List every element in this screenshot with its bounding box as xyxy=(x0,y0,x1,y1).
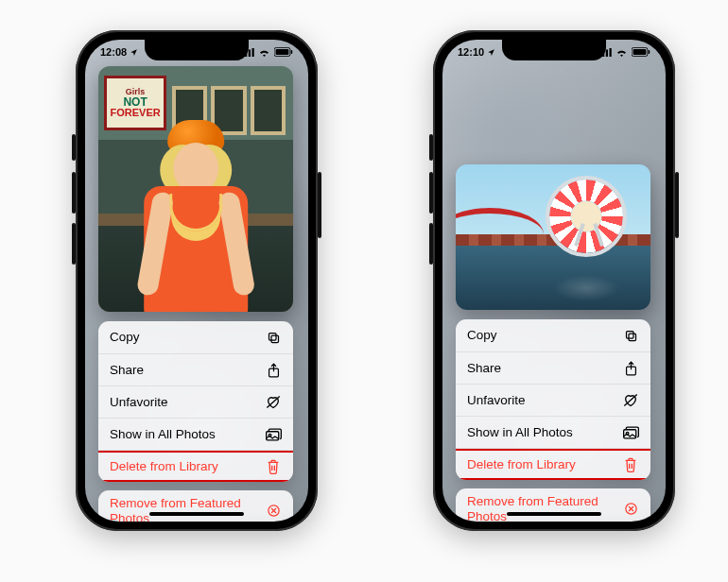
menu-label: Copy xyxy=(467,328,622,343)
photo-content-ferris-wheel xyxy=(456,164,650,310)
status-time: 12:08 xyxy=(100,46,127,58)
menu-item-delete-from-library[interactable]: Delete from Library xyxy=(456,448,650,480)
screen-left: 12:08 xyxy=(85,40,308,522)
photo-stack-icon xyxy=(265,428,282,441)
photo-preview[interactable] xyxy=(456,164,650,310)
wall-frame xyxy=(251,86,286,135)
menu-label: Show in All Photos xyxy=(110,427,265,442)
menu-label: Copy xyxy=(110,330,265,345)
heart-slash-icon xyxy=(622,393,639,407)
menu-item-unfavorite[interactable]: Unfavorite xyxy=(98,385,293,418)
remove-circle-icon xyxy=(265,504,282,518)
svg-rect-2 xyxy=(249,49,251,57)
battery-icon xyxy=(274,47,293,57)
battery-icon xyxy=(632,47,650,57)
remove-circle-icon xyxy=(622,502,639,516)
svg-rect-3 xyxy=(252,48,254,57)
menu-label: Unfavorite xyxy=(467,393,622,408)
heart-slash-icon xyxy=(265,395,282,409)
side-button xyxy=(318,172,321,238)
share-icon xyxy=(622,361,639,376)
svg-rect-27 xyxy=(626,331,633,338)
menu-item-copy[interactable]: Copy xyxy=(456,319,650,351)
menu-label: Remove from Featured Photos xyxy=(110,496,265,522)
menu-item-remove-from-featured[interactable]: Remove from Featured Photos xyxy=(456,488,650,522)
mute-switch xyxy=(72,134,76,161)
iphone-right: 12:10 xyxy=(433,30,675,531)
copy-icon xyxy=(622,329,639,343)
water-reflection xyxy=(553,275,619,301)
volume-down xyxy=(429,223,433,265)
menu-label: Delete from Library xyxy=(110,459,265,474)
mute-switch xyxy=(429,134,433,161)
menu-item-copy[interactable]: Copy xyxy=(98,321,293,353)
screen-right: 12:10 xyxy=(442,40,666,522)
menu-group-secondary: Remove from Featured Photos xyxy=(98,490,293,522)
svg-rect-24 xyxy=(633,49,647,55)
wifi-icon xyxy=(615,48,628,57)
location-icon xyxy=(487,48,495,57)
volume-up xyxy=(72,172,76,214)
menu-group-primary: Copy Share Unfavorite xyxy=(456,319,650,480)
home-indicator[interactable] xyxy=(149,512,244,516)
svg-rect-21 xyxy=(606,49,608,57)
menu-label: Share xyxy=(110,363,265,378)
person-figure xyxy=(137,120,254,312)
location-icon xyxy=(130,48,138,57)
menu-group-secondary: Remove from Featured Photos xyxy=(456,488,650,522)
menu-label: Show in All Photos xyxy=(467,425,622,440)
context-menu: Copy Share Unfavorite xyxy=(98,321,293,522)
menu-item-show-all-photos[interactable]: Show in All Photos xyxy=(98,418,293,450)
menu-item-remove-from-featured[interactable]: Remove from Featured Photos xyxy=(98,490,293,522)
context-menu: Copy Share Unfavorite xyxy=(456,319,650,522)
menu-item-share[interactable]: Share xyxy=(98,353,293,385)
ferris-wheel-supports xyxy=(570,223,608,247)
menu-item-share[interactable]: Share xyxy=(456,351,650,384)
menu-label: Unfavorite xyxy=(110,395,265,410)
menu-item-show-all-photos[interactable]: Show in All Photos xyxy=(456,416,650,448)
photo-preview[interactable]: Girls NOT FOREVER xyxy=(98,66,293,312)
status-time: 12:10 xyxy=(458,46,484,58)
svg-rect-25 xyxy=(649,50,650,54)
menu-label: Share xyxy=(467,361,622,376)
copy-icon xyxy=(265,331,282,345)
menu-item-delete-from-library[interactable]: Delete from Library xyxy=(98,450,293,482)
wifi-icon xyxy=(258,48,270,57)
menu-group-primary: Copy Share Unfavorite xyxy=(98,321,293,482)
iphone-left: 12:08 xyxy=(76,30,318,531)
photo-content-person: Girls NOT FOREVER xyxy=(98,66,293,312)
screenshot-stage: 12:08 xyxy=(0,0,728,582)
notch xyxy=(502,40,606,60)
svg-rect-6 xyxy=(291,50,293,54)
menu-item-unfavorite[interactable]: Unfavorite xyxy=(456,384,650,416)
share-icon xyxy=(265,363,282,378)
trash-icon xyxy=(265,459,282,474)
notch xyxy=(145,40,249,60)
menu-label: Delete from Library xyxy=(467,457,622,472)
svg-rect-22 xyxy=(610,48,612,57)
trash-icon xyxy=(622,457,639,472)
volume-down xyxy=(72,223,76,265)
svg-rect-26 xyxy=(629,334,636,341)
side-button xyxy=(675,172,679,238)
menu-label: Remove from Featured Photos xyxy=(467,494,622,522)
svg-rect-7 xyxy=(271,335,279,343)
svg-rect-5 xyxy=(276,49,289,55)
photo-stack-icon xyxy=(622,426,639,439)
volume-up xyxy=(429,172,433,214)
svg-rect-8 xyxy=(269,333,276,340)
home-indicator[interactable] xyxy=(507,512,601,516)
